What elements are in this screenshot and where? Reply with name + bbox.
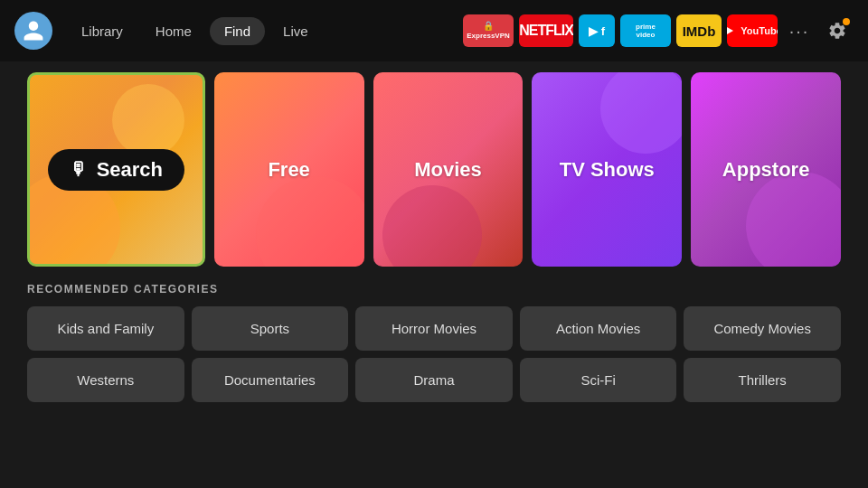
movies-tile[interactable]: Movies	[373, 72, 524, 267]
category-scifi[interactable]: Sci-Fi	[520, 358, 677, 402]
search-button[interactable]: 🎙 Search	[48, 149, 184, 191]
category-sports[interactable]: Sports	[192, 306, 349, 351]
nav-home[interactable]: Home	[141, 17, 206, 45]
freevee-icon[interactable]: ▶ f	[579, 14, 615, 47]
app-icons-bar: 🔒 ExpressVPN NETFLIX ▶ f primevideo IMDb…	[463, 14, 854, 47]
category-horror[interactable]: Horror Movies	[355, 306, 513, 351]
category-kids[interactable]: Kids and Family	[27, 306, 184, 351]
recommended-title: RECOMMENDED CATEGORIES	[27, 283, 841, 296]
search-tile[interactable]: 🎙 Search	[27, 72, 205, 267]
category-tiles: 🎙 Search Free Movies TV Shows Appstore	[27, 72, 841, 267]
category-grid: Kids and Family Sports Horror Movies Act…	[27, 306, 841, 402]
recommended-section: RECOMMENDED CATEGORIES Kids and Family S…	[27, 283, 841, 402]
free-tile[interactable]: Free	[214, 72, 364, 267]
nav-live[interactable]: Live	[269, 17, 323, 45]
category-action[interactable]: Action Movies	[520, 306, 677, 351]
yt-play-icon	[727, 25, 737, 36]
category-comedy[interactable]: Comedy Movies	[684, 306, 841, 351]
main-content: 🎙 Search Free Movies TV Shows Appstore R…	[0, 61, 868, 402]
appstore-tile-label: Appstore	[722, 158, 810, 182]
movies-tile-label: Movies	[414, 158, 482, 182]
nav-library[interactable]: Library	[67, 17, 137, 45]
category-documentaries[interactable]: Documentaries	[192, 358, 349, 402]
category-westerns[interactable]: Westerns	[27, 358, 184, 402]
more-apps-button[interactable]: ···	[783, 14, 816, 47]
settings-notification-dot	[843, 18, 850, 25]
tvshows-tile-label: TV Shows	[560, 158, 655, 182]
free-tile-label: Free	[268, 158, 309, 182]
nav-find[interactable]: Find	[210, 17, 265, 45]
avatar[interactable]	[14, 12, 52, 50]
settings-button[interactable]	[821, 14, 854, 47]
netflix-icon[interactable]: NETFLIX	[519, 14, 573, 47]
tvshows-tile[interactable]: TV Shows	[532, 72, 682, 267]
imdb-icon[interactable]: IMDb	[676, 14, 722, 47]
top-nav: Library Home Find Live 🔒 ExpressVPN NETF…	[0, 0, 868, 61]
appstore-tile[interactable]: Appstore	[691, 72, 841, 267]
nav-links: Library Home Find Live	[67, 17, 323, 45]
expressvpn-icon[interactable]: 🔒 ExpressVPN	[463, 14, 514, 47]
youtube-icon[interactable]: YouTube	[727, 14, 778, 47]
microphone-icon: 🎙	[70, 159, 88, 180]
category-thrillers[interactable]: Thrillers	[684, 358, 841, 402]
category-drama[interactable]: Drama	[355, 358, 513, 402]
primevideo-icon[interactable]: primevideo	[620, 14, 671, 47]
search-label: Search	[97, 158, 163, 182]
